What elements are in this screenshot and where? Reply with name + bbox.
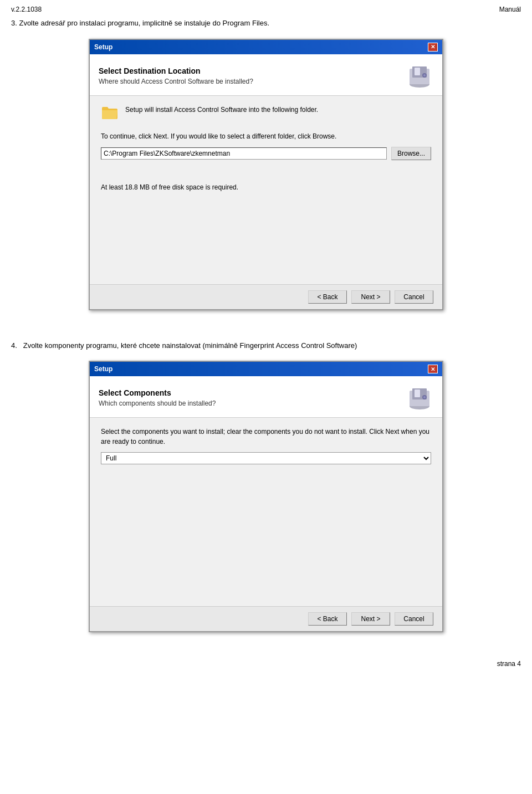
dialog1-header-text: Select Destination Location Where should… <box>99 66 253 85</box>
dialog1-title-label: Setup <box>94 43 112 51</box>
dialog1-back-button[interactable]: < Back <box>308 290 347 304</box>
components-dropdown[interactable]: Full <box>101 452 431 464</box>
dialog1-body: Setup will install Access Control Softwa… <box>90 96 442 284</box>
dialog1-header: Select Destination Location Where should… <box>90 54 442 96</box>
page-number: strana 4 <box>497 660 521 668</box>
dialog1-body-line1: Setup will install Access Control Softwa… <box>125 105 318 115</box>
dialog2-header-subtitle: Which components should be installed? <box>99 399 216 407</box>
dialog2-body-line1: Select the components you want to instal… <box>101 427 431 447</box>
svg-point-5 <box>423 74 426 76</box>
step4-number: 4. <box>11 341 17 350</box>
dialog2-titlebar: Setup ✕ <box>90 362 442 376</box>
dialog2-back-button[interactable]: < Back <box>308 612 347 626</box>
version-text: v.2.2.1038 <box>11 6 42 13</box>
dialog2-footer: < Back Next > Cancel <box>90 606 442 631</box>
dialog2-close-button[interactable]: ✕ <box>428 365 438 373</box>
dialog2-header-title: Select Components <box>99 388 216 397</box>
dialog1-wrapper: Setup ✕ Select Destination Location Wher… <box>11 39 521 327</box>
step4-text: 4. Zvolte komponenty programu, které chc… <box>11 340 521 351</box>
dialog2-header-text: Select Components Which components shoul… <box>99 388 216 407</box>
page-footer: strana 4 <box>11 660 521 668</box>
dialog1-body-inner: Setup will install Access Control Softwa… <box>101 105 431 124</box>
dialog1-header-title: Select Destination Location <box>99 66 253 75</box>
step4-description: Zvolte komponenty programu, které chcete… <box>23 341 357 350</box>
install-path-row: Browse... <box>101 147 431 160</box>
dialog1-body-line2: To continue, click Next. If you would li… <box>101 131 431 141</box>
browse-button[interactable]: Browse... <box>391 147 431 160</box>
svg-point-11 <box>423 396 426 398</box>
dialog2-header: Select Components Which components shoul… <box>90 376 442 418</box>
dialog2-wrapper: Setup ✕ Select Components Which componen… <box>11 361 521 649</box>
disk-svg <box>407 63 432 89</box>
setup-dialog-2: Setup ✕ Select Components Which componen… <box>89 361 443 632</box>
dialog1-close-button[interactable]: ✕ <box>428 43 438 52</box>
dialog1-header-subtitle: Where should Access Control Software be … <box>99 78 253 85</box>
dialog2-next-button[interactable]: Next > <box>351 612 390 626</box>
disk-svg-2 <box>407 385 432 411</box>
dialog1-next-button[interactable]: Next > <box>351 290 390 304</box>
dialog2-body: Select the components you want to instal… <box>90 418 442 606</box>
dialog1-titlebar: Setup ✕ <box>90 40 442 54</box>
setup-dialog-1: Setup ✕ Select Destination Location Wher… <box>89 39 443 310</box>
folder-icon <box>101 106 119 124</box>
dialog2-title-label: Setup <box>94 365 112 373</box>
svg-rect-9 <box>415 390 420 397</box>
dialog1-footer: < Back Next > Cancel <box>90 284 442 309</box>
dialog2-cancel-button[interactable]: Cancel <box>395 612 433 626</box>
disk-icon-2 <box>406 384 433 412</box>
disk-icon <box>406 62 433 90</box>
svg-rect-3 <box>415 68 420 75</box>
dialog1-cancel-button[interactable]: Cancel <box>395 290 433 304</box>
page-header: v.2.2.1038 Manuál <box>11 6 521 13</box>
manual-title: Manuál <box>499 6 521 13</box>
install-path-input[interactable] <box>101 147 387 160</box>
dialog1-disk-space: At least 18.8 MB of free disk space is r… <box>101 182 431 192</box>
step3-text: 3. Zvolte adresář pro instalaci programu… <box>11 18 521 29</box>
